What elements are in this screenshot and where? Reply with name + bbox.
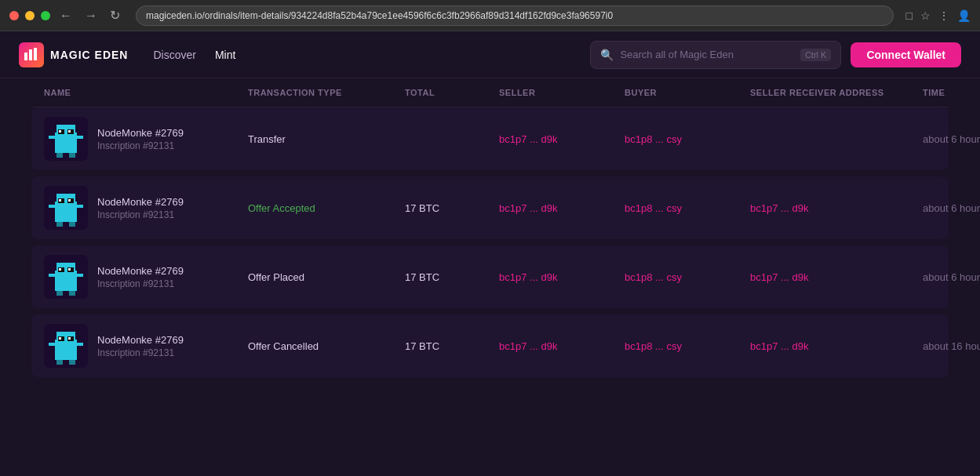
svg-rect-32: [56, 291, 63, 296]
activity-table: NAME TRANSACTION TYPE TOTAL SELLER BUYER…: [31, 78, 949, 377]
seller-3[interactable]: bc1p7 ... d9k: [499, 340, 625, 352]
col-header-total: TOTAL: [405, 88, 499, 97]
svg-rect-23: [49, 205, 55, 208]
item-name-0: NodeMonke #2769: [97, 127, 184, 139]
tx-type-2: Offer Placed: [248, 271, 405, 283]
browser-refresh-btn[interactable]: ↻: [107, 8, 123, 23]
svg-rect-24: [77, 205, 83, 208]
search-icon: 🔍: [600, 49, 614, 61]
browser-min-btn[interactable]: [25, 11, 35, 20]
main-content: NAME TRANSACTION TYPE TOTAL SELLER BUYER…: [0, 78, 980, 377]
svg-rect-0: [24, 53, 27, 60]
svg-rect-11: [69, 153, 75, 158]
time-3: about 16 hours ago: [923, 340, 980, 352]
item-name-1: NodeMonke #2769: [97, 196, 184, 208]
connect-wallet-button[interactable]: Connect Wallet: [851, 42, 961, 67]
browser-close-btn[interactable]: [9, 11, 19, 20]
item-name-3: NodeMonke #2769: [97, 334, 184, 346]
svg-rect-1: [29, 49, 32, 60]
item-cell-0: NodeMonke #2769 Inscription #92131: [44, 117, 248, 161]
col-header-time: TIME: [923, 88, 980, 97]
item-cell-3: NodeMonke #2769 Inscription #92131: [44, 324, 248, 368]
buyer-2[interactable]: bc1p8 ... csy: [625, 271, 750, 283]
browser-back-btn[interactable]: ←: [56, 9, 75, 23]
svg-rect-34: [49, 274, 55, 277]
buyer-3[interactable]: bc1p8 ... csy: [625, 340, 750, 352]
nft-thumbnail-3[interactable]: [44, 324, 88, 368]
col-header-seller-receiver: SELLER RECEIVER ADDRESS: [750, 88, 923, 97]
svg-rect-9: [68, 130, 71, 133]
svg-rect-10: [56, 153, 63, 158]
item-info-0: NodeMonke #2769 Inscription #92131: [97, 127, 184, 151]
seller-receiver-1[interactable]: bc1p7 ... d9k: [750, 202, 923, 214]
table-row: NodeMonke #2769 Inscription #92131 Offer…: [31, 176, 949, 239]
nft-image-0: [44, 117, 88, 161]
buyer-1[interactable]: bc1p8 ... csy: [625, 202, 750, 214]
tx-type-0: Transfer: [248, 133, 405, 145]
col-header-tx-type: TRANSACTION TYPE: [248, 88, 405, 97]
menu-icon[interactable]: ⋮: [938, 9, 949, 22]
nft-image-1: [44, 186, 88, 230]
nav-mint[interactable]: Mint: [215, 49, 235, 61]
nft-thumbnail-1[interactable]: [44, 186, 88, 230]
extensions-icon[interactable]: □: [906, 9, 913, 22]
search-input[interactable]: [620, 49, 794, 60]
item-name-2: NodeMonke #2769: [97, 265, 184, 277]
tx-type-1: Offer Accepted: [248, 202, 405, 214]
svg-rect-13: [77, 136, 83, 139]
svg-rect-20: [68, 199, 71, 202]
item-inscription-1: Inscription #92131: [97, 209, 184, 220]
table-header: NAME TRANSACTION TYPE TOTAL SELLER BUYER…: [31, 78, 949, 107]
seller-1[interactable]: bc1p7 ... d9k: [499, 202, 625, 214]
svg-rect-33: [69, 291, 75, 296]
logo-area[interactable]: MAGIC EDEN: [19, 42, 128, 67]
svg-rect-35: [77, 274, 83, 277]
seller-receiver-3[interactable]: bc1p7 ... d9k: [750, 340, 923, 352]
svg-rect-22: [69, 222, 75, 227]
seller-receiver-2[interactable]: bc1p7 ... d9k: [750, 271, 923, 283]
svg-rect-46: [77, 343, 83, 346]
nft-image-3: [44, 324, 88, 368]
total-2: 17 BTC: [405, 271, 499, 283]
item-inscription-3: Inscription #92131: [97, 347, 184, 358]
buyer-0[interactable]: bc1p8 ... csy: [625, 133, 750, 145]
svg-rect-19: [59, 199, 61, 202]
nft-thumbnail-2[interactable]: [44, 255, 88, 299]
seller-2[interactable]: bc1p7 ... d9k: [499, 271, 625, 283]
time-1: about 6 hours ago: [923, 202, 980, 214]
item-cell-1: NodeMonke #2769 Inscription #92131: [44, 186, 248, 230]
profile-icon[interactable]: 👤: [957, 9, 971, 22]
item-inscription-0: Inscription #92131: [97, 140, 184, 151]
svg-rect-31: [68, 268, 71, 271]
nav-links: Discover Mint: [153, 49, 235, 61]
tx-type-3: Offer Cancelled: [248, 340, 405, 352]
search-bar[interactable]: 🔍 Ctrl K: [590, 41, 841, 69]
svg-rect-8: [59, 130, 61, 133]
svg-rect-2: [34, 48, 37, 60]
total-3: 17 BTC: [405, 340, 499, 352]
svg-rect-42: [68, 337, 71, 340]
nft-thumbnail-0[interactable]: [44, 117, 88, 161]
address-bar[interactable]: magiceden.io/ordinals/item-details/93422…: [136, 5, 894, 26]
bookmark-icon[interactable]: ☆: [920, 9, 931, 22]
item-info-1: NodeMonke #2769 Inscription #92131: [97, 196, 184, 220]
nav-discover[interactable]: Discover: [153, 49, 195, 61]
address-text: magiceden.io/ordinals/item-details/93422…: [146, 10, 613, 21]
svg-rect-45: [49, 343, 55, 346]
svg-rect-41: [59, 337, 61, 340]
col-header-seller: SELLER: [499, 88, 625, 97]
svg-rect-21: [56, 222, 63, 227]
time-2: about 6 hours ago: [923, 271, 980, 283]
svg-rect-30: [59, 268, 61, 271]
seller-0[interactable]: bc1p7 ... d9k: [499, 133, 625, 145]
nft-image-2: [44, 255, 88, 299]
browser-max-btn[interactable]: [41, 11, 50, 20]
table-row: NodeMonke #2769 Inscription #92131 Trans…: [31, 107, 949, 170]
browser-forward-btn[interactable]: →: [82, 9, 100, 23]
navbar: MAGIC EDEN Discover Mint 🔍 Ctrl K Connec…: [0, 31, 980, 78]
item-info-2: NodeMonke #2769 Inscription #92131: [97, 265, 184, 289]
search-shortcut: Ctrl K: [800, 49, 832, 61]
browser-toolbar-icons: □ ☆ ⋮ 👤: [906, 9, 971, 22]
time-0: about 6 hours ago: [923, 133, 980, 145]
item-inscription-2: Inscription #92131: [97, 278, 184, 289]
